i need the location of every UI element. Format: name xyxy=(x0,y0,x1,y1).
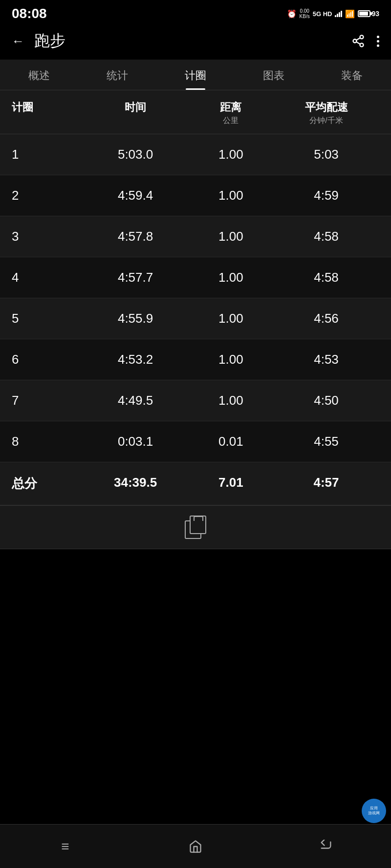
copy-icon xyxy=(185,516,206,539)
watermark: 应用游戏网 xyxy=(362,799,386,823)
cell-time-2: 4:59.4 xyxy=(83,188,189,203)
status-bar: 08:08 ⏰ 0.00 KB/s 5G HD 📶 93 xyxy=(0,0,391,25)
status-icons: ⏰ 0.00 KB/s 5G HD 📶 93 xyxy=(287,8,379,19)
battery-percent: 93 xyxy=(371,10,379,18)
table-row: 4 4:57.7 1.00 4:58 xyxy=(0,257,391,298)
col-header-time: 时间 xyxy=(83,100,189,126)
nav-back-button[interactable] xyxy=(306,827,346,866)
more-options-button[interactable] xyxy=(377,36,379,47)
cell-pace-3: 4:58 xyxy=(273,229,379,244)
table-row: 3 4:57.8 1.00 4:58 xyxy=(0,216,391,257)
table-row: 8 0:03.1 0.01 4:55 xyxy=(0,421,391,462)
cell-distance-1: 1.00 xyxy=(189,147,274,162)
battery-icon xyxy=(358,10,370,17)
status-time: 08:08 xyxy=(12,6,47,21)
back-nav-icon xyxy=(319,840,333,853)
laps-table: 计圈 时间 距离 公里 平均配速 分钟/千米 1 5:03.0 1.00 5:0… xyxy=(0,90,391,505)
nav-menu-button[interactable]: ≡ xyxy=(45,827,85,866)
cell-lap-4: 4 xyxy=(12,270,83,285)
cell-time-1: 5:03.0 xyxy=(83,147,189,162)
back-button[interactable]: ← xyxy=(12,34,24,49)
home-icon xyxy=(188,840,203,853)
table-row: 5 4:55.9 1.00 4:56 xyxy=(0,298,391,339)
cell-total-time: 34:39.5 xyxy=(83,475,189,492)
cell-pace-4: 4:58 xyxy=(273,270,379,285)
cell-lap-8: 8 xyxy=(12,434,83,449)
col-header-distance: 距离 公里 xyxy=(189,100,274,126)
tab-stats[interactable]: 统计 xyxy=(78,60,156,90)
table-row: 2 4:59.4 1.00 4:59 xyxy=(0,175,391,216)
cell-time-7: 4:49.5 xyxy=(83,393,189,408)
cell-pace-8: 4:55 xyxy=(273,434,379,449)
page-title: 跑步 xyxy=(34,30,65,52)
header-right xyxy=(351,34,379,48)
cell-distance-2: 1.00 xyxy=(189,188,274,203)
wifi-icon: 📶 xyxy=(345,9,355,19)
cell-distance-5: 1.00 xyxy=(189,311,274,326)
cell-distance-3: 1.00 xyxy=(189,229,274,244)
cell-pace-1: 5:03 xyxy=(273,147,379,162)
copy-export-button[interactable] xyxy=(185,516,206,539)
cell-total-pace: 4:57 xyxy=(273,475,379,492)
table-row: 1 5:03.0 1.00 5:03 xyxy=(0,134,391,175)
cell-pace-7: 4:50 xyxy=(273,393,379,408)
battery-indicator: 93 xyxy=(358,10,379,18)
network-type: 5G HD xyxy=(313,10,332,18)
signal-strength-icon xyxy=(335,10,342,17)
tab-laps[interactable]: 计圈 xyxy=(156,60,235,90)
cell-pace-2: 4:59 xyxy=(273,188,379,203)
share-icon[interactable] xyxy=(351,34,365,48)
cell-time-5: 4:55.9 xyxy=(83,311,189,326)
svg-line-3 xyxy=(356,42,360,44)
cell-total-label: 总分 xyxy=(12,475,83,492)
cell-time-4: 4:57.7 xyxy=(83,270,189,285)
table-row: 6 4:53.2 1.00 4:53 xyxy=(0,339,391,380)
table-header: 计圈 时间 距离 公里 平均配速 分钟/千米 xyxy=(0,90,391,134)
menu-icon: ≡ xyxy=(61,839,69,854)
cell-distance-4: 1.00 xyxy=(189,270,274,285)
cell-time-3: 4:57.8 xyxy=(83,229,189,244)
cell-lap-6: 6 xyxy=(12,352,83,367)
cell-time-8: 0:03.1 xyxy=(83,434,189,449)
tab-overview[interactable]: 概述 xyxy=(0,60,78,90)
svg-line-4 xyxy=(356,38,360,41)
nav-home-button[interactable] xyxy=(176,827,215,866)
tab-equipment[interactable]: 装备 xyxy=(313,60,391,90)
action-bar xyxy=(0,505,391,549)
cell-lap-1: 1 xyxy=(12,147,83,162)
cell-lap-7: 7 xyxy=(12,393,83,408)
cell-lap-2: 2 xyxy=(12,188,83,203)
total-row: 总分 34:39.5 7.01 4:57 xyxy=(0,462,391,505)
cell-lap-3: 3 xyxy=(12,229,83,244)
tabs-bar: 概述 统计 计圈 图表 装备 xyxy=(0,60,391,90)
header: ← 跑步 xyxy=(0,25,391,60)
cell-pace-6: 4:53 xyxy=(273,352,379,367)
cell-lap-5: 5 xyxy=(12,311,83,326)
table-row: 7 4:49.5 1.00 4:50 xyxy=(0,380,391,421)
col-header-pace: 平均配速 分钟/千米 xyxy=(273,100,379,126)
cell-distance-6: 1.00 xyxy=(189,352,274,367)
alarm-icon: ⏰ xyxy=(287,9,297,19)
tab-charts[interactable]: 图表 xyxy=(235,60,313,90)
col-header-lap: 计圈 xyxy=(12,100,83,126)
cell-total-distance: 7.01 xyxy=(189,475,274,492)
cell-pace-5: 4:56 xyxy=(273,311,379,326)
nav-bar: ≡ xyxy=(0,824,391,868)
cell-time-6: 4:53.2 xyxy=(83,352,189,367)
header-left: ← 跑步 xyxy=(12,30,65,52)
network-speed: 0.00 KB/s xyxy=(300,8,310,19)
cell-distance-8: 0.01 xyxy=(189,434,274,449)
cell-distance-7: 1.00 xyxy=(189,393,274,408)
